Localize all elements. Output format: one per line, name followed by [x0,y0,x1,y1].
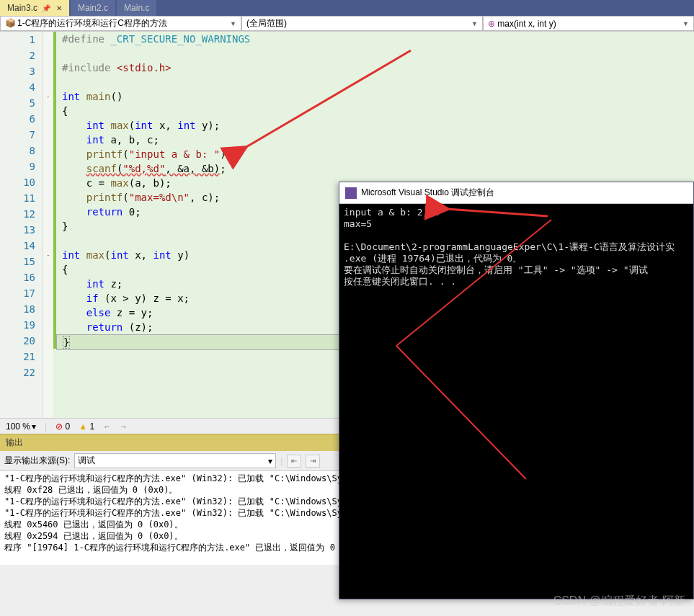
chevron-down-icon: ▾ [268,456,272,466]
console-title-text: Microsoft Visual Studio 调试控制台 [361,187,494,199]
fold-toggle [43,61,53,75]
line-number: 3 [0,63,43,79]
zoom-value: 100 % [6,421,30,432]
fold-toggle [43,262,53,277]
fold-toggle [43,334,53,349]
fold-toggle [43,118,53,133]
vs-icon [345,187,357,199]
line-number: 19 [0,317,43,333]
line-number: 10 [0,174,43,190]
output-source-value: 调试 [78,455,95,467]
fold-column: -- [43,32,53,418]
fold-toggle [43,75,53,89]
line-number: 8 [0,143,43,159]
fold-toggle[interactable]: - [43,248,53,262]
code-line[interactable]: int max(int x, int y); [56,118,691,133]
output-source-dropdown[interactable]: 调试 ▾ [74,453,276,468]
fold-toggle [43,46,53,61]
code-line[interactable]: int main() [56,89,691,104]
line-number: 5 [0,95,43,111]
watermark: CSDN @编程爱好者-阿新 [553,594,685,609]
chevron-down-icon: ▼ [471,20,478,27]
code-line[interactable]: #include <stdio.h> [56,61,691,75]
editor-tabs: Main3.c📌✕Main2.cMain.c [0,0,694,16]
fold-toggle [43,233,53,248]
tab-main-c[interactable]: Main.c [117,0,156,16]
line-number: 11 [0,190,43,206]
fold-toggle [43,161,53,176]
line-number: 21 [0,349,43,365]
line-number: 22 [0,365,43,380]
code-line[interactable] [56,46,691,61]
chevron-down-icon: ▼ [682,20,689,27]
chevron-down-icon: ▾ [32,421,36,432]
member-dropdown[interactable]: ⊕ max(int x, int y) ▼ [483,16,694,31]
nav-prev-icon[interactable]: ← [103,422,111,431]
line-number: 4 [0,79,43,95]
debug-console-window[interactable]: Microsoft Visual Studio 调试控制台 input a & … [339,182,694,599]
fold-toggle [43,190,53,205]
close-icon[interactable]: ✕ [56,4,62,12]
fold-toggle [43,277,53,291]
fold-toggle [43,104,53,118]
indent-left-button[interactable]: ⇤ [287,455,301,468]
zoom-control[interactable]: 100 % ▾ [6,421,36,432]
tab-label: Main.c [124,3,149,13]
tab-main3-c[interactable]: Main3.c📌✕ [0,0,69,16]
line-number-gutter: 12345678910111213141516171819202122 [0,32,43,418]
code-line[interactable] [56,75,691,89]
line-number: 20 [0,333,43,349]
fold-toggle [43,147,53,161]
indent-right-button[interactable]: ⇥ [306,455,320,468]
nav-next-icon[interactable]: → [120,422,128,431]
line-number: 2 [0,48,43,63]
code-line[interactable]: int a, b, c; [56,133,691,147]
warning-icon: ▲ [79,421,87,432]
fold-toggle [43,205,53,219]
fold-toggle [43,176,53,190]
fold-toggle [43,305,53,320]
change-indicator [53,32,56,349]
error-icon: ⊘ [55,421,63,432]
line-number: 13 [0,222,43,238]
line-number: 6 [0,111,43,127]
console-body[interactable]: input a & b: 2, 5 max=5 E:\Document\2-pr… [339,204,693,290]
code-line[interactable]: #define _CRT_SECURE_NO_WARNINGS [56,32,691,46]
fold-toggle [43,320,53,334]
function-icon: ⊕ [488,19,497,29]
chevron-down-icon: ▼ [230,20,236,27]
fold-toggle [43,219,53,233]
tab-main2-c[interactable]: Main2.c [71,0,115,16]
tab-label: Main3.c [7,3,37,13]
warning-count[interactable]: ▲ 1 [79,421,94,432]
code-line[interactable]: { [56,104,691,118]
error-count[interactable]: ⊘ 0 [55,421,70,432]
fold-toggle [43,291,53,305]
member-label: max(int x, int y) [497,19,556,29]
line-number: 12 [0,206,43,222]
line-number: 17 [0,285,43,301]
nav-dropdowns: 📦1-C程序的运行环境和运行C程序的方法 ▼ (全局范围) ▼ ⊕ max(in… [0,16,694,32]
code-line[interactable]: printf("input a & b: "); [56,147,691,161]
line-number: 18 [0,301,43,317]
line-number: 7 [0,127,43,143]
code-line[interactable]: scanf("%d,%d", &a, &b); [56,161,691,176]
fold-toggle [43,133,53,147]
context-label: (全局范围) [246,17,287,30]
line-number: 15 [0,254,43,269]
output-source-label: 显示输出来源(S): [4,455,70,467]
console-titlebar[interactable]: Microsoft Visual Studio 调试控制台 [339,182,693,204]
pin-icon[interactable]: 📌 [42,4,50,12]
fold-toggle [43,32,53,46]
tab-label: Main2.c [78,3,108,13]
line-number: 1 [0,32,43,48]
line-number: 16 [0,269,43,285]
context-dropdown[interactable]: (全局范围) ▼ [241,16,483,31]
scope-dropdown[interactable]: 📦1-C程序的运行环境和运行C程序的方法 ▼ [0,16,241,31]
line-number: 9 [0,159,43,174]
scope-label: 1-C程序的运行环境和运行C程序的方法 [17,18,167,28]
fold-toggle[interactable]: - [43,89,53,104]
project-icon: 📦 [5,18,15,28]
line-number: 14 [0,238,43,254]
